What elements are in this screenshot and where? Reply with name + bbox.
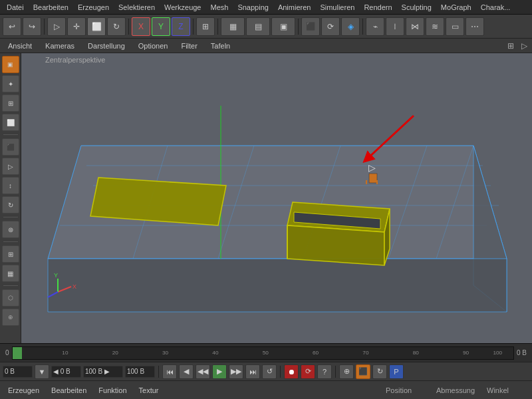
object-scale-button[interactable]: ◈ [341,17,360,36]
sec-optionen[interactable]: Optionen [133,41,174,51]
loop-btn[interactable]: ↺ [262,364,277,379]
rotate-tool-button[interactable]: ↻ [107,17,126,36]
sidebar-sep-4 [3,285,18,286]
sec-darstellung[interactable]: Darstellung [82,41,130,51]
pb-arrow-down[interactable]: ▼ [35,364,49,379]
axis-y-button[interactable]: Y [152,17,170,36]
menu-charak[interactable]: Charak... [477,2,515,13]
sidebar-rotate-btn[interactable]: ↻ [2,196,19,213]
scene-svg: ▷ X Y [21,53,532,343]
pb-sep-2 [280,366,281,378]
timeline: 0 0 10 20 30 40 50 60 70 80 90 100 0 B [0,343,532,362]
bottom-bar: Erzeugen Bearbeiten Funktion Textur Posi… [0,380,532,399]
axis-z-button[interactable]: Z [172,17,190,36]
morph-button[interactable]: ≋ [426,17,444,36]
menu-simulieren[interactable]: Simulieren [316,2,358,13]
pb-extra3[interactable]: ↻ [372,364,387,379]
menu-sculpting[interactable]: Sculpting [398,2,436,13]
timeline-track[interactable]: 0 10 20 30 40 50 60 70 80 90 100 [12,346,514,360]
play-btn[interactable]: ▶ [212,364,227,379]
render-active-button[interactable]: ▣ [271,17,295,36]
jump-start-btn[interactable]: ⏮ [162,364,177,379]
step-fwd-btn[interactable]: ▶▶ [229,364,243,379]
pb-sep-1 [158,366,159,378]
timeline-ruler-svg: 0 10 20 30 40 50 60 70 80 90 100 [13,347,513,359]
extra-button[interactable]: ⋯ [466,17,484,36]
pb-extra1[interactable]: ⊕ [339,364,354,379]
jump-end-btn[interactable]: ⏭ [245,364,260,379]
bottom-textur[interactable]: Textur [136,386,162,394]
deform-button[interactable]: ⌁ [366,17,384,36]
undo-button[interactable]: ↩ [3,17,21,36]
record-btn[interactable]: ⏺ [284,364,299,379]
sec-ansicht[interactable]: Ansicht [3,41,37,51]
bottom-erzeugen[interactable]: Erzeugen [5,386,42,394]
end-frame-field[interactable]: 100 B ▶ [83,366,123,378]
menu-erzeugen[interactable]: Erzeugen [74,2,113,13]
sidebar-grid-btn[interactable]: ⊞ [2,245,19,263]
pb-extra4[interactable]: P [389,364,404,379]
svg-text:▷: ▷ [368,162,376,173]
symmetry-button[interactable]: ⋈ [406,17,424,36]
menu-werkzeuge[interactable]: Werkzeuge [160,2,205,13]
bottom-right-items: Position Abmessung Winkel [380,386,532,394]
camera-button[interactable]: ▭ [446,17,464,36]
svg-text:20: 20 [112,350,118,355]
svg-text:10: 10 [62,350,68,355]
menu-bar: Datei Bearbeiten Erzeugen Selektieren We… [0,0,532,15]
menu-mograph[interactable]: MoGraph [437,2,475,13]
total-frames-field[interactable]: 100 B [125,366,155,378]
coord-system-button[interactable]: ⊞ [196,17,215,36]
menu-snapping[interactable]: Snapping [233,2,273,13]
array-button[interactable]: ⁞ [386,17,404,36]
menu-mesh[interactable]: Mesh [206,2,232,13]
mode-points-btn[interactable]: ✦ [2,75,19,92]
menu-rendern[interactable]: Rendern [360,2,396,13]
arrow-icon[interactable]: ▷ [519,41,529,51]
current-frame-field[interactable]: 0 B [3,366,33,378]
mode-object-btn[interactable]: ▣ [2,56,19,73]
play-back-btn[interactable]: ◀◀ [196,364,210,379]
bottom-bearbeiten[interactable]: Bearbeiten [49,386,89,394]
sidebar-select-btn[interactable]: ▷ [2,158,19,175]
bottom-left-items: Erzeugen Bearbeiten Funktion Textur [0,386,380,394]
redo-button[interactable]: ↪ [23,17,41,36]
menu-selektieren[interactable]: Selektieren [114,2,159,13]
sidebar-magnet-btn[interactable]: ⊛ [2,221,19,238]
svg-text:90: 90 [463,350,469,355]
start-frame-field[interactable]: ◀ 0 B [51,366,81,378]
object-rotate-button[interactable]: ⟳ [321,17,340,36]
sidebar-cube-btn[interactable]: ⬛ [2,138,19,156]
svg-text:70: 70 [362,350,368,355]
menu-bearbeiten[interactable]: Bearbeiten [29,2,72,13]
sidebar-axis-btn[interactable]: ⊕ [2,309,19,326]
auto-key-btn[interactable]: ⟳ [301,364,315,379]
move-tool-button[interactable]: ✛ [67,17,86,36]
sidebar-wire-btn[interactable]: ▦ [2,265,19,282]
svg-text:X: X [72,283,76,290]
help-btn[interactable]: ? [317,364,332,379]
bottom-position: Position [386,386,426,394]
sec-filter[interactable]: Filter [176,41,202,51]
select-tool-button[interactable]: ▷ [47,17,66,36]
cube-button[interactable]: ⬛ [301,17,320,36]
pb-extra2[interactable]: ⬛ [356,364,370,379]
sidebar-floor-btn[interactable]: ⬡ [2,289,19,307]
menu-datei[interactable]: Datei [3,2,28,13]
sec-kameras[interactable]: Kameras [40,41,80,51]
scale-tool-button[interactable]: ⬜ [87,17,106,36]
viewport[interactable]: Zentralperspektive [21,53,532,343]
expand-icon[interactable]: ⊞ [505,41,516,51]
mode-edges-btn[interactable]: ⊞ [2,94,19,112]
menu-animieren[interactable]: Animieren [274,2,315,13]
sec-tafeln[interactable]: Tafeln [205,41,235,51]
step-back-btn[interactable]: ◀ [179,364,194,379]
render-view-button[interactable]: ▦ [221,17,245,36]
main-area: ▣ ✦ ⊞ ⬜ ⬛ ▷ ↕ ↻ ⊛ ⊞ ▦ ⬡ ⊕ Zentralperspek… [0,53,532,343]
axis-x-button[interactable]: X [132,17,150,36]
render-button[interactable]: ▤ [246,17,270,36]
bottom-funktion[interactable]: Funktion [96,386,129,394]
sidebar-move-btn[interactable]: ↕ [2,177,19,194]
secondary-toolbar: Ansicht Kameras Darstellung Optionen Fil… [0,39,532,53]
mode-poly-btn[interactable]: ⬜ [2,114,19,131]
